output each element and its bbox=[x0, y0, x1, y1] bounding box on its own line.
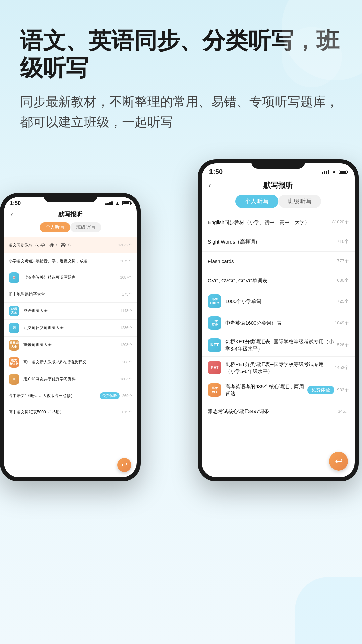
item-text: CVC, CVCC, CCVC单词表 bbox=[208, 277, 334, 284]
item-text: 近义词反义词训练大全 bbox=[23, 325, 118, 331]
back-button-left[interactable]: ‹ bbox=[11, 210, 13, 218]
free-badge-left[interactable]: 免费体验 bbox=[100, 392, 120, 399]
fab-left[interactable]: ↩ bbox=[117, 458, 131, 472]
wifi-icon-right: ▲ bbox=[331, 169, 337, 175]
list-item[interactable]: 雅思考试核心词汇3497词条 345... bbox=[202, 401, 355, 421]
item-icon-share: ⊕ bbox=[9, 374, 19, 385]
item-count: 526个 bbox=[337, 342, 349, 348]
item-count: 619个 bbox=[122, 410, 132, 415]
tab-class-left[interactable]: 班级听写 bbox=[70, 222, 101, 232]
item-icon-yuwen: 语文新人教 bbox=[9, 357, 19, 368]
status-icons-right: ▲ bbox=[322, 169, 347, 175]
main-title: 语文、英语同步、分类听写，班级听写 bbox=[20, 27, 342, 82]
item-count: 1087个 bbox=[120, 275, 132, 280]
item-text: 小学语文考点--易错音、字，近反义词，成语 bbox=[9, 258, 118, 264]
item-count: 2675个 bbox=[120, 259, 132, 264]
item-count: 208个 bbox=[122, 360, 132, 365]
wifi-icon-left: ▲ bbox=[115, 200, 120, 206]
item-count: 1803个 bbox=[120, 377, 132, 382]
item-icon-ci: 词 bbox=[9, 323, 19, 333]
item-icon-hanzi: 🀄 bbox=[9, 272, 19, 283]
item-text: 用户和网友共享优秀学习资料 bbox=[23, 376, 118, 382]
item-text: English同步教材（小学、初中、高中、大学） bbox=[208, 219, 329, 226]
list-item[interactable]: Sight Words（高频词） 1716个 bbox=[202, 232, 355, 252]
list-item[interactable]: 初中地理易错字大全 275个 bbox=[4, 286, 137, 303]
list-item[interactable]: 词 近义词反义词训练大全 1236个 bbox=[4, 320, 137, 337]
screen-title-left: 默写报听 bbox=[58, 210, 82, 218]
list-item[interactable]: 高中语文1-6册……人教版高三必修） 免费体验 269个 bbox=[4, 388, 137, 404]
phone-left-screen: 1:50 ▲ ‹ 默写报听 bbox=[4, 197, 137, 477]
item-count: 1716个 bbox=[335, 238, 349, 245]
tabs-right: 个人听写 班级听写 bbox=[202, 195, 355, 213]
item-icon-gaokao: 高考985 bbox=[208, 383, 221, 397]
list-item[interactable]: 语文同步教材（小学、初中、高中） 13632个 bbox=[4, 237, 137, 253]
item-text: 中考英语1600分类词汇表 bbox=[225, 319, 332, 326]
list-item[interactable]: CVC, CVCC, CCVC单词表 680个 bbox=[202, 271, 355, 290]
item-count: 1236个 bbox=[120, 325, 132, 330]
time-right: 1:50 bbox=[209, 168, 223, 176]
item-icon-zhongkao: 中考英语 bbox=[208, 316, 221, 330]
item-text: Flash cards bbox=[208, 258, 334, 265]
list-item[interactable]: 语文新人教 高中语文新人教版--课内成语及释义 208个 bbox=[4, 354, 137, 371]
item-count: 345... bbox=[338, 409, 349, 414]
item-text: 高中语文新人教版--课内成语及释义 bbox=[23, 359, 120, 365]
status-icons-left: ▲ bbox=[105, 200, 131, 206]
list-item[interactable]: 中考英语 中考英语1600分类词汇表 1049个 bbox=[202, 312, 355, 334]
phone-right: 1:50 ▲ ‹ 默写报听 bbox=[198, 159, 359, 481]
list-item[interactable]: Flash cards 777个 bbox=[202, 252, 355, 271]
fab-right[interactable]: ↩ bbox=[329, 452, 348, 471]
item-text: 重叠词训练大全 bbox=[23, 342, 118, 348]
back-button-right[interactable]: ‹ bbox=[208, 181, 211, 190]
screen-header-left: ‹ 默写报听 bbox=[4, 208, 137, 222]
list-left: 语文同步教材（小学、初中、高中） 13632个 小学语文考点--易错音、字，近反… bbox=[4, 237, 137, 477]
signal-icon-left bbox=[105, 201, 113, 205]
item-text: 《汉字闯关》精选可听写题库 bbox=[23, 275, 118, 280]
list-item[interactable]: 🀄 《汉字闯关》精选可听写题库 1087个 bbox=[4, 269, 137, 286]
item-count: 269个 bbox=[122, 393, 132, 398]
item-count: 1049个 bbox=[335, 320, 349, 326]
tab-personal-left[interactable]: 个人听写 bbox=[40, 222, 70, 232]
list-item[interactable]: 高中语文词汇表5000（1-6册） 619个 bbox=[4, 404, 137, 420]
item-count: 983个 bbox=[337, 387, 349, 393]
item-text: 剑桥PET分类词汇表--国际学校等级考试专用（小学5-6年级水平） bbox=[225, 361, 332, 375]
item-text: 1000个小学单词 bbox=[225, 298, 334, 305]
item-count: 13632个 bbox=[118, 243, 132, 248]
phone-right-screen: 1:50 ▲ ‹ 默写报听 bbox=[202, 163, 355, 477]
item-count: 1453个 bbox=[335, 365, 349, 371]
item-text: 高中语文词汇表5000（1-6册） bbox=[9, 409, 120, 415]
list-item[interactable]: 小学语文考点--易错音、字，近反义词，成语 2675个 bbox=[4, 253, 137, 269]
phone-left: 1:50 ▲ ‹ 默写报听 bbox=[0, 193, 141, 481]
list-item[interactable]: ⊕ 用户和网友共享优秀学习资料 1803个 bbox=[4, 371, 137, 388]
list-item[interactable]: 重叠词大全 重叠词训练大全 1208个 bbox=[4, 337, 137, 354]
status-bar-right: 1:50 ▲ bbox=[202, 163, 355, 178]
item-icon-ket: KET bbox=[208, 338, 221, 352]
battery-icon-left bbox=[122, 201, 131, 205]
list-item[interactable]: 小学1000字 1000个小学单词 725个 bbox=[202, 290, 355, 312]
battery-icon-right bbox=[339, 170, 347, 174]
list-item[interactable]: PET 剑桥PET分类词汇表--国际学校等级考试专用（小学5-6年级水平） 14… bbox=[202, 357, 355, 379]
item-text: 高中语文1-6册……人教版高三必修） bbox=[9, 393, 100, 399]
item-icon-pet: PET bbox=[208, 361, 221, 374]
list-item[interactable]: KET 剑桥KET分类词汇表--国际学校等级考试专用（小学3-4年级水平） 52… bbox=[202, 334, 355, 357]
item-text: Sight Words（高频词） bbox=[208, 238, 332, 245]
list-item[interactable]: English同步教材（小学、初中、高中、大学） 81020个 bbox=[202, 213, 355, 232]
time-left: 1:50 bbox=[10, 200, 21, 206]
item-count: 1208个 bbox=[120, 342, 132, 347]
screen-header-right: ‹ 默写报听 bbox=[202, 178, 355, 195]
item-icon-xiaoxue: 小学1000字 bbox=[208, 294, 221, 308]
free-badge-right[interactable]: 免费体验 bbox=[307, 386, 334, 394]
tab-class-right[interactable]: 班级听写 bbox=[278, 195, 321, 208]
item-text: 剑桥KET分类词汇表--国际学校等级考试专用（小学3-4年级水平） bbox=[225, 338, 334, 352]
list-item[interactable]: 高考985 高考英语考纲985个核心词汇，两周背熟 免费体验 983个 bbox=[202, 379, 355, 401]
item-count: 680个 bbox=[337, 277, 349, 283]
tab-personal-right[interactable]: 个人听写 bbox=[235, 195, 278, 208]
header-section: 语文、英语同步、分类听写，班级听写 同步最新教材，不断整理的常用、易错、专项听写… bbox=[0, 0, 362, 146]
signal-icon-right bbox=[322, 170, 329, 174]
item-icon-chengyu: 成语大全 bbox=[9, 306, 19, 316]
phones-container: 1:50 ▲ ‹ 默写报听 bbox=[0, 159, 362, 589]
screen-title-right: 默写报听 bbox=[263, 180, 293, 191]
list-item[interactable]: 成语大全 成语训练大全 1143个 bbox=[4, 303, 137, 320]
item-text: 初中地理易错字大全 bbox=[9, 291, 120, 297]
item-text: 语文同步教材（小学、初中、高中） bbox=[9, 242, 115, 248]
item-text: 成语训练大全 bbox=[23, 308, 118, 314]
